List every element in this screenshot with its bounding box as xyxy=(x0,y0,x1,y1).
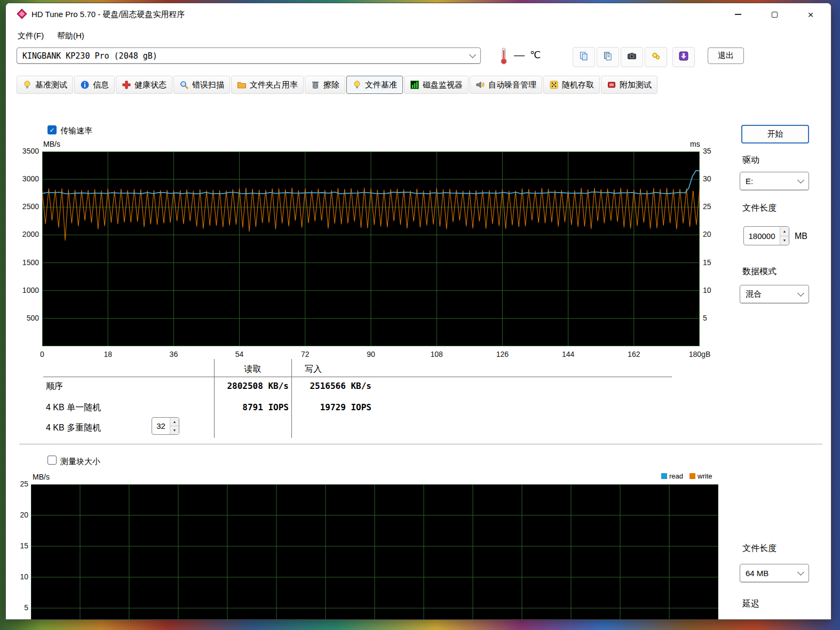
transfer-rate-chart xyxy=(42,151,700,346)
chart-legend: read write xyxy=(661,472,712,480)
sequential-read-value: 2802508 KB/s xyxy=(182,381,289,391)
minimize-button[interactable] xyxy=(726,5,750,23)
row-label-sequential: 顺序 xyxy=(46,381,63,392)
drive-dropdown[interactable]: E: xyxy=(740,172,809,190)
tab-info[interactable]: 信息 xyxy=(74,76,115,94)
close-icon: × xyxy=(807,10,813,20)
chevron-down-icon xyxy=(797,177,804,184)
row-label-4kb-multi: 4 KB 多重随机 xyxy=(46,422,101,434)
benchmark-icon xyxy=(22,80,32,90)
camera-icon xyxy=(627,51,637,63)
transfer-rate-label: 传输速率 xyxy=(60,126,92,136)
table-divider xyxy=(291,359,292,438)
aam-icon xyxy=(476,80,485,90)
tab-folder-usage[interactable]: 文件夹占用率 xyxy=(231,76,304,94)
tab-random-access[interactable]: 随机存取 xyxy=(543,76,600,94)
tab-erase[interactable]: 擦除 xyxy=(305,76,345,94)
block-y-tick: 15 xyxy=(12,541,28,550)
y-left-tick: 500 xyxy=(14,314,39,322)
exit-button[interactable]: 退出 xyxy=(708,47,744,64)
bottom-file-length-label: 文件长度 xyxy=(742,543,776,554)
spin-up-icon: ▲ xyxy=(170,418,179,426)
4kb-single-read-value: 8791 IOPS xyxy=(182,402,289,412)
block-y-tick: 25 xyxy=(12,480,28,488)
y-left-tick: 1500 xyxy=(14,258,39,267)
file-benchmark-icon xyxy=(352,80,362,90)
legend-read-label: read xyxy=(669,472,683,480)
download-icon xyxy=(679,51,688,63)
desktop-wallpaper: { "window": { "title": "HD Tune Pro 5.70… xyxy=(0,0,840,630)
legend-write-label: write xyxy=(698,472,712,480)
tab-extra-tests[interactable]: 附加测试 xyxy=(601,76,657,94)
y-right-tick: 10 xyxy=(703,286,719,294)
maximize-icon xyxy=(772,12,778,18)
transfer-rate-checkbox[interactable]: ✓ xyxy=(47,125,57,134)
x-tick: 18 xyxy=(92,350,124,358)
copy-button[interactable] xyxy=(573,47,595,67)
menu-help[interactable]: 帮助(H) xyxy=(53,28,89,43)
tab-benchmark[interactable]: 基准测试 xyxy=(17,76,73,94)
x-tick: 162 xyxy=(618,350,650,358)
block-y-tick: 5 xyxy=(12,603,28,612)
sequential-write-value: 2516566 KB/s xyxy=(297,381,371,391)
tab-disk-monitor[interactable]: 磁盘监视器 xyxy=(404,76,469,94)
copy-text-icon xyxy=(603,51,613,63)
minimize-icon xyxy=(735,14,741,15)
y-right-tick: 25 xyxy=(703,202,719,211)
x-tick: 54 xyxy=(224,350,256,358)
tab-error-scan[interactable]: 错误扫描 xyxy=(173,76,230,94)
temperature-unit: ℃ xyxy=(530,49,541,61)
legend-write-swatch xyxy=(690,473,695,479)
options-button[interactable] xyxy=(645,47,667,67)
x-tick: 144 xyxy=(552,350,584,358)
legend-read-swatch xyxy=(661,473,667,479)
window-title: HD Tune Pro 5.70 - 硬盘/固态硬盘实用程序 xyxy=(31,10,185,20)
disk-monitor-icon xyxy=(410,80,419,90)
x-tick: 108 xyxy=(421,350,453,358)
queue-depth-spinner[interactable]: 32 ▲▼ xyxy=(152,417,179,435)
random-access-icon xyxy=(549,80,559,90)
y-right-tick: 35 xyxy=(703,147,719,155)
y-right-tick: 30 xyxy=(703,174,719,183)
close-button[interactable]: × xyxy=(798,5,823,23)
y-right-axis-title: ms xyxy=(690,140,700,148)
x-tick: 36 xyxy=(157,350,189,358)
tab-file-benchmark[interactable]: 文件基准 xyxy=(346,76,403,94)
x-tick: 72 xyxy=(289,350,321,358)
start-button[interactable]: 开始 xyxy=(741,125,809,143)
gears-icon xyxy=(651,51,661,63)
temperature-value: — xyxy=(514,49,525,61)
spin-down-icon: ▼ xyxy=(170,426,179,434)
app-icon xyxy=(17,9,27,21)
thermometer-icon xyxy=(498,47,509,67)
y-left-tick: 3000 xyxy=(14,174,39,183)
latency-label: 延迟 xyxy=(742,599,759,610)
error-scan-icon xyxy=(179,80,189,90)
title-bar: HD Tune Pro 5.70 - 硬盘/固态硬盘实用程序 × xyxy=(6,3,831,26)
tab-health[interactable]: 健康状态 xyxy=(116,76,172,94)
copy-text-button[interactable] xyxy=(597,47,619,67)
block-size-checkbox[interactable] xyxy=(47,456,57,465)
file-length-spinner[interactable]: 180000 ▲▼ xyxy=(743,226,789,245)
folder-usage-icon xyxy=(237,80,247,90)
write-column-header: 写入 xyxy=(305,364,322,375)
spin-down-icon: ▼ xyxy=(780,236,789,245)
screenshot-button[interactable] xyxy=(621,47,643,67)
y-right-tick: 15 xyxy=(703,258,719,267)
y-left-tick: 2500 xyxy=(14,202,39,211)
drive-selector[interactable]: KINGBANK KP230 Pro (2048 gB) xyxy=(17,47,481,64)
x-tick: 126 xyxy=(486,350,518,358)
update-download-button[interactable] xyxy=(672,47,695,67)
tab-aam[interactable]: 自动噪音管理 xyxy=(470,76,542,94)
menu-file[interactable]: 文件(F) xyxy=(13,28,48,43)
bottom-file-length-dropdown[interactable]: 64 MB xyxy=(740,564,809,583)
info-icon xyxy=(80,80,90,90)
maximize-button[interactable] xyxy=(762,5,787,23)
x-tick: 0 xyxy=(26,350,58,358)
extra-tests-icon xyxy=(607,80,616,90)
y-right-tick: 5 xyxy=(703,314,719,322)
data-mode-label: 数据模式 xyxy=(742,266,776,277)
4kb-single-write-value: 19729 IOPS xyxy=(297,402,371,412)
chevron-down-icon xyxy=(797,290,804,297)
data-mode-dropdown[interactable]: 混合 xyxy=(740,285,809,304)
